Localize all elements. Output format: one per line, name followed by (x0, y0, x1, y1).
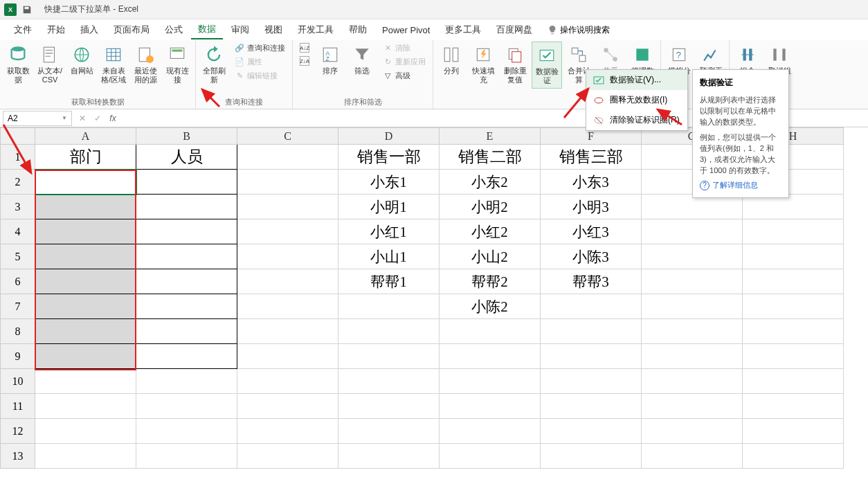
menu-view[interactable]: 视图 (257, 21, 289, 39)
cell-C4[interactable] (237, 219, 338, 244)
col-header-E[interactable]: E (440, 128, 541, 145)
cell-G8[interactable] (642, 319, 743, 344)
cell-F9[interactable] (541, 344, 642, 369)
cell-A7[interactable] (35, 294, 136, 319)
sort-button[interactable]: AZ排序 (315, 42, 345, 78)
cell-F8[interactable] (541, 319, 642, 344)
menu-formulas[interactable]: 公式 (158, 21, 190, 39)
cell-H12[interactable] (743, 419, 844, 444)
cell-G10[interactable] (642, 369, 743, 394)
cell-H7[interactable] (743, 294, 844, 319)
tell-me[interactable]: 操作说明搜索 (548, 24, 610, 36)
menu-file[interactable]: 文件 (7, 21, 39, 39)
cell-F11[interactable] (541, 394, 642, 419)
cell-G9[interactable] (642, 344, 743, 369)
cell-G11[interactable] (642, 394, 743, 419)
menu-baidu[interactable]: 百度网盘 (489, 21, 539, 39)
cell-E12[interactable] (440, 419, 541, 444)
flash-fill-button[interactable]: 快速填充 (468, 42, 498, 87)
filter-button[interactable]: 筛选 (347, 42, 377, 78)
cell-G5[interactable] (642, 244, 743, 269)
col-header-C[interactable]: C (237, 128, 338, 145)
cell-G12[interactable] (642, 419, 743, 444)
row-header-1[interactable]: 1 (1, 145, 35, 170)
row-header-6[interactable]: 6 (1, 269, 35, 294)
cell-A10[interactable] (35, 369, 136, 394)
fx-button[interactable]: fx (105, 114, 120, 123)
advanced-filter-button[interactable]: ▽高级 (379, 69, 430, 82)
col-header-B[interactable]: B (136, 128, 237, 145)
dv-menu-circle-invalid[interactable]: 圈释无效数据(I) (586, 90, 687, 110)
cell-E10[interactable] (440, 369, 541, 394)
cell-C3[interactable] (237, 195, 338, 219)
name-box[interactable]: A2 ▼ (3, 111, 72, 126)
cell-H11[interactable] (743, 394, 844, 419)
cell-F10[interactable] (541, 369, 642, 394)
cell-C7[interactable] (237, 294, 338, 319)
cell-G6[interactable] (642, 269, 743, 294)
cell-E3[interactable]: 小明2 (440, 195, 541, 219)
cell-B6[interactable] (136, 269, 237, 294)
cell-D10[interactable] (338, 369, 440, 394)
tooltip-learn-more[interactable]: ? 了解详细信息 (700, 180, 781, 190)
cell-G4[interactable] (642, 219, 743, 244)
cell-A11[interactable] (35, 394, 136, 419)
cell-E2[interactable]: 小东2 (440, 170, 541, 195)
cell-F2[interactable]: 小东3 (541, 170, 642, 195)
cell-H8[interactable] (743, 319, 844, 344)
from-web-button[interactable]: 自网站 (66, 42, 97, 78)
menu-layout[interactable]: 页面布局 (107, 21, 156, 39)
cell-B3[interactable] (136, 195, 237, 219)
cell-C8[interactable] (237, 319, 338, 344)
sort-az-button[interactable]: A↓Z (296, 42, 314, 54)
cell-C9[interactable] (237, 344, 338, 369)
menu-review[interactable]: 审阅 (224, 21, 256, 39)
cell-H6[interactable] (743, 269, 844, 294)
menu-powerpivot[interactable]: Power Pivot (375, 22, 437, 38)
row-header-11[interactable]: 11 (1, 394, 35, 419)
cell-F5[interactable]: 小陈3 (541, 244, 642, 269)
cell-F12[interactable] (541, 419, 642, 444)
recent-sources-button[interactable]: 最近使用的源 (130, 42, 161, 87)
cell-D1[interactable]: 销售一部 (338, 145, 440, 170)
row-header-5[interactable]: 5 (1, 244, 35, 269)
cell-F13[interactable] (541, 444, 642, 469)
cell-C2[interactable] (237, 170, 338, 195)
cell-H13[interactable] (743, 444, 844, 469)
cell-D6[interactable]: 帮帮1 (338, 269, 440, 294)
cell-C10[interactable] (237, 369, 338, 394)
cell-B7[interactable] (136, 294, 237, 319)
cell-D13[interactable] (338, 444, 440, 469)
cell-D4[interactable]: 小红1 (338, 219, 440, 244)
row-header-3[interactable]: 3 (1, 195, 35, 219)
menu-insert[interactable]: 插入 (73, 21, 105, 39)
cell-D3[interactable]: 小明1 (338, 195, 440, 219)
row-header-2[interactable]: 2 (1, 170, 35, 195)
cell-D9[interactable] (338, 344, 440, 369)
cell-H4[interactable] (743, 219, 844, 244)
cell-B8[interactable] (136, 319, 237, 344)
cell-B10[interactable] (136, 369, 237, 394)
cell-H5[interactable] (743, 244, 844, 269)
cell-F4[interactable]: 小红3 (541, 219, 642, 244)
cancel-formula-button[interactable]: ✕ (75, 114, 90, 123)
cell-D5[interactable]: 小山1 (338, 244, 440, 269)
cell-A8[interactable] (35, 319, 136, 344)
data-validation-button[interactable]: 数据验证 (532, 42, 562, 89)
cell-A9[interactable] (35, 344, 136, 369)
enter-formula-button[interactable]: ✓ (90, 114, 105, 123)
cell-E11[interactable] (440, 394, 541, 419)
cell-H9[interactable] (743, 344, 844, 369)
cell-E8[interactable] (440, 319, 541, 344)
remove-dup-button[interactable]: 删除重复值 (500, 42, 530, 87)
queries-conn-button[interactable]: 🔗查询和连接 (230, 42, 289, 55)
cell-D2[interactable]: 小东1 (338, 170, 440, 195)
cell-B2[interactable] (136, 170, 237, 195)
col-header-D[interactable]: D (338, 128, 440, 145)
cell-C1[interactable] (237, 145, 338, 170)
get-data-button[interactable]: 获取数据 (3, 42, 33, 87)
cell-A6[interactable] (35, 269, 136, 294)
col-header-A[interactable]: A (35, 128, 136, 145)
row-header-13[interactable]: 13 (1, 444, 35, 469)
cell-F3[interactable]: 小明3 (541, 195, 642, 219)
